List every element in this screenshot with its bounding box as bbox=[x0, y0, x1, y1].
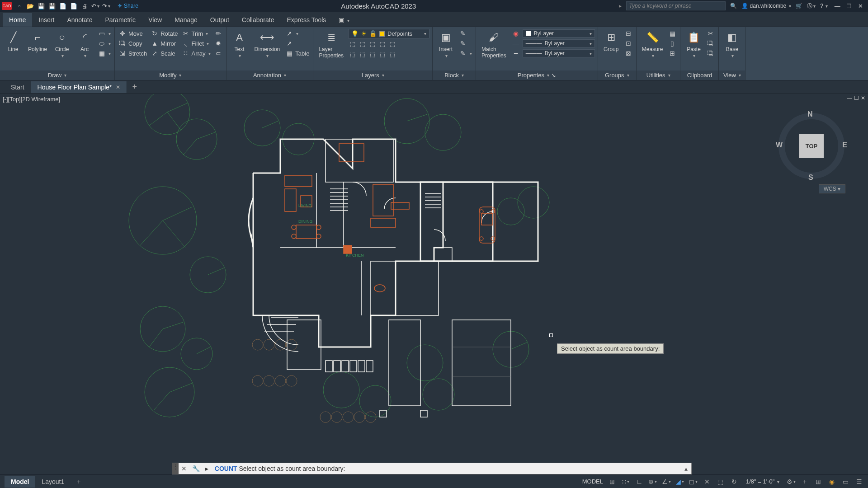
compass-n[interactable]: N bbox=[807, 110, 813, 118]
cmdline-config-icon[interactable]: 🔧 bbox=[189, 465, 203, 472]
lweight-button[interactable]: ━ bbox=[511, 49, 521, 58]
panel-layers-label[interactable]: Layers ▾ bbox=[313, 70, 432, 80]
layer-dropdown[interactable]: 💡 ☀ 🔓 Defpoints ▾ bbox=[348, 29, 429, 38]
cmdline-handle[interactable]: ⋮ bbox=[172, 463, 179, 474]
edit-block-button[interactable]: ✎ bbox=[458, 39, 473, 48]
scale-button[interactable]: ⤢Scale bbox=[150, 49, 179, 58]
customize-icon[interactable]: ☰ bbox=[854, 477, 863, 486]
scale-display[interactable]: 1/8" = 1'-0" ▾ bbox=[743, 478, 782, 485]
panel-utilities-label[interactable]: Utilities ▾ bbox=[637, 70, 680, 80]
tab-express-tools[interactable]: Express Tools bbox=[280, 13, 332, 27]
cut-button[interactable]: ✂ bbox=[706, 29, 716, 38]
offset-button[interactable]: ⊂ bbox=[213, 49, 223, 58]
panel-view-label[interactable]: View ▾ bbox=[719, 70, 745, 80]
layer-tool-10[interactable]: ⬚ bbox=[389, 51, 396, 58]
cmdline-close-icon[interactable]: ✕ bbox=[179, 465, 189, 472]
tab-insert[interactable]: Insert bbox=[32, 13, 61, 27]
clean-icon[interactable]: ▭ bbox=[841, 477, 850, 486]
new-icon[interactable]: ▫ bbox=[15, 2, 24, 10]
saveas-icon[interactable]: 💾 bbox=[48, 2, 56, 10]
erase-button[interactable]: ✏ bbox=[213, 29, 223, 38]
mirror-button[interactable]: ▲Mirror bbox=[150, 39, 179, 48]
tab-output[interactable]: Output bbox=[204, 13, 236, 27]
polyline-button[interactable]: ⌐Polyline bbox=[25, 29, 50, 53]
viewport-max-button[interactable]: ☐ bbox=[854, 95, 859, 101]
filetab-active[interactable]: House Floor Plan Sample*✕ bbox=[31, 81, 127, 93]
tab-manage[interactable]: Manage bbox=[168, 13, 204, 27]
transparency-icon[interactable]: ⬚ bbox=[716, 477, 725, 486]
group-button[interactable]: ⊞Group bbox=[601, 29, 622, 53]
new-tab-button[interactable]: + bbox=[127, 82, 143, 92]
stretch-button[interactable]: ⇲Stretch bbox=[118, 49, 148, 58]
tab-home[interactable]: Home bbox=[3, 13, 32, 27]
group-select-button[interactable]: ⊠ bbox=[623, 49, 633, 58]
layer-tool-4[interactable]: ⬚ bbox=[379, 40, 386, 48]
leader-button[interactable]: ↗▾ bbox=[284, 29, 310, 38]
viewport-label[interactable]: [-][Top][2D Wireframe] bbox=[3, 96, 60, 103]
osnap-icon[interactable]: ◢ ▾ bbox=[675, 477, 684, 486]
panel-properties-label[interactable]: Properties ▾ ↘ bbox=[476, 70, 598, 80]
fillet-button[interactable]: ◟Fillet▾ bbox=[181, 39, 212, 48]
insert-button[interactable]: ▣Insert▾ bbox=[435, 29, 456, 59]
isolate-icon[interactable]: ⊞ bbox=[814, 477, 823, 486]
search-icon[interactable]: 🔍 bbox=[730, 3, 737, 9]
ungroup-button[interactable]: ⊟ bbox=[623, 29, 633, 38]
save-icon[interactable]: 💾 bbox=[37, 2, 45, 10]
tab-parametric[interactable]: Parametric bbox=[99, 13, 142, 27]
viewport-close-button[interactable]: ✕ bbox=[861, 95, 865, 101]
hardware-icon[interactable]: ◉ bbox=[827, 477, 836, 486]
layer-tool-6[interactable]: ⬚ bbox=[349, 51, 356, 58]
user-menu[interactable]: 👤 dan.whitcombe ▾ bbox=[741, 3, 792, 9]
ellipse-button[interactable]: ⬭▾ bbox=[97, 39, 112, 48]
copy-clip-button[interactable]: ⿻ bbox=[706, 39, 716, 48]
copy-base-button[interactable]: ⿻ bbox=[706, 49, 716, 58]
copy-button[interactable]: ⿻Copy bbox=[118, 39, 148, 48]
view-cube[interactable]: TOP N S E W bbox=[773, 108, 850, 184]
layer-tool-1[interactable]: ⬚ bbox=[349, 40, 356, 48]
rotate-button[interactable]: ↻Rotate bbox=[150, 29, 179, 38]
tab-view[interactable]: View bbox=[142, 13, 168, 27]
cycling-icon[interactable]: ↻ bbox=[730, 477, 739, 486]
tab-collaborate[interactable]: Collaborate bbox=[236, 13, 281, 27]
tab-featured[interactable]: ▣ ▾ bbox=[332, 13, 356, 27]
layer-tool-8[interactable]: ⬚ bbox=[369, 51, 376, 58]
undo-icon[interactable]: ↶▾ bbox=[91, 2, 99, 10]
tab-annotate[interactable]: Annotate bbox=[61, 13, 99, 27]
rectangle-button[interactable]: ▭▾ bbox=[97, 29, 112, 38]
layout-layout1[interactable]: Layout1 bbox=[35, 476, 71, 488]
linetype-select[interactable]: ———ByLayer▾ bbox=[523, 39, 595, 47]
array-button[interactable]: ∷Array▾ bbox=[181, 49, 212, 58]
gear-icon[interactable]: ⚙ ▾ bbox=[787, 477, 796, 486]
arc-button[interactable]: ◜Arc▾ bbox=[74, 29, 95, 59]
polar-icon[interactable]: ⊕ ▾ bbox=[648, 477, 657, 486]
redo-icon[interactable]: ↷▾ bbox=[102, 2, 110, 10]
close-tab-icon[interactable]: ✕ bbox=[116, 84, 120, 90]
panel-draw-label[interactable]: Draw ▾ bbox=[0, 70, 114, 80]
help-icon[interactable]: ? ▾ bbox=[820, 3, 828, 9]
panel-groups-label[interactable]: Groups ▾ bbox=[598, 70, 636, 80]
3dosnap-icon[interactable]: ◻ ▾ bbox=[689, 477, 698, 486]
viewcube-top[interactable]: TOP bbox=[799, 134, 824, 158]
base-button[interactable]: ◧Base▾ bbox=[722, 29, 742, 59]
compass-s[interactable]: S bbox=[808, 174, 813, 182]
leader-style-button[interactable]: ↗ bbox=[284, 39, 310, 48]
viewport-min-button[interactable]: — bbox=[847, 95, 852, 101]
app-home-icon[interactable]: Ⓐ▾ bbox=[807, 2, 816, 10]
close-button[interactable]: ✕ bbox=[855, 3, 865, 9]
status-model[interactable]: MODEL bbox=[582, 478, 603, 485]
color-button[interactable]: ◉ bbox=[511, 29, 521, 38]
app-icon[interactable]: CAD bbox=[2, 2, 12, 10]
maximize-button[interactable]: ☐ bbox=[844, 3, 854, 9]
layer-properties-button[interactable]: ≣Layer Properties bbox=[316, 29, 346, 60]
panel-block-label[interactable]: Block ▾ bbox=[433, 70, 476, 80]
dimension-button[interactable]: ⟷Dimension▾ bbox=[252, 29, 283, 59]
share-button[interactable]: ✈ Share bbox=[118, 3, 138, 9]
search-input[interactable]: Type a keyword or phrase bbox=[626, 1, 726, 10]
hatch-button[interactable]: ▦▾ bbox=[97, 49, 112, 58]
select-button[interactable]: ▯ bbox=[667, 39, 677, 48]
minimize-button[interactable]: — bbox=[832, 3, 842, 9]
layer-tool-9[interactable]: ⬚ bbox=[379, 51, 386, 58]
web-open-icon[interactable]: 📄 bbox=[59, 2, 67, 10]
layout-add[interactable]: + bbox=[71, 476, 87, 488]
filetab-start[interactable]: Start bbox=[5, 81, 31, 93]
